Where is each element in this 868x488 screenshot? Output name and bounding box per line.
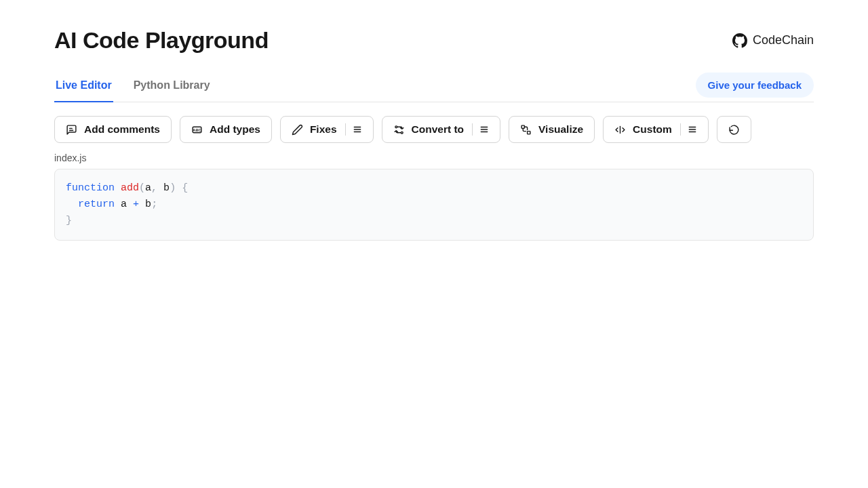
fixes-label: Fixes xyxy=(310,123,337,136)
fixes-button[interactable]: Fixes xyxy=(280,116,374,143)
visualize-button[interactable]: Visualize xyxy=(509,116,595,143)
code-token: + xyxy=(133,199,139,210)
undo-button[interactable] xyxy=(717,116,751,143)
tab-live-editor[interactable]: Live Editor xyxy=(54,73,113,102)
divider xyxy=(472,123,473,136)
code-icon xyxy=(614,124,626,136)
code-token: a xyxy=(145,182,151,194)
tabs: Live Editor Python Library xyxy=(54,73,212,102)
undo-icon xyxy=(728,124,740,136)
add-comments-button[interactable]: Add comments xyxy=(54,116,172,143)
menu-icon[interactable] xyxy=(688,125,697,134)
github-icon xyxy=(732,33,747,48)
code-token: , xyxy=(151,182,157,194)
code-token: add xyxy=(121,182,139,194)
type-icon: ABC xyxy=(191,124,203,136)
pencil-icon xyxy=(292,124,303,136)
filename-label: index.js xyxy=(54,152,814,163)
svg-text:ABC: ABC xyxy=(193,127,201,131)
code-token: b xyxy=(145,199,151,210)
convert-to-label: Convert to xyxy=(412,123,465,136)
github-link[interactable]: CodeChain xyxy=(732,33,814,48)
divider xyxy=(680,123,681,136)
page-title: AI Code Playground xyxy=(54,27,269,54)
svg-rect-13 xyxy=(528,131,530,134)
code-editor[interactable]: function add(a, b) { return a + b; } xyxy=(54,169,814,241)
code-token: b xyxy=(163,182,170,194)
convert-icon xyxy=(393,124,405,136)
code-token: ( xyxy=(139,182,145,194)
visualize-icon xyxy=(520,124,532,136)
code-token: ; xyxy=(151,199,157,210)
toolbar: Add comments ABC Add types Fixes Convert… xyxy=(54,116,814,143)
convert-to-button[interactable]: Convert to xyxy=(382,116,501,143)
feedback-button[interactable]: Give your feedback xyxy=(696,73,814,98)
code-token: ) xyxy=(170,182,176,194)
menu-icon[interactable] xyxy=(353,125,362,134)
add-comments-label: Add comments xyxy=(84,123,160,136)
github-link-label: CodeChain xyxy=(753,33,814,47)
code-token: } xyxy=(66,215,72,226)
add-types-button[interactable]: ABC Add types xyxy=(180,116,272,143)
code-token: function xyxy=(66,182,115,194)
custom-label: Custom xyxy=(633,123,672,136)
code-token: a xyxy=(121,199,127,210)
divider xyxy=(345,123,346,136)
menu-icon[interactable] xyxy=(479,125,489,134)
comment-icon xyxy=(66,124,77,136)
visualize-label: Visualize xyxy=(538,123,583,136)
code-token: return xyxy=(78,199,115,210)
add-types-label: Add types xyxy=(210,123,260,136)
custom-button[interactable]: Custom xyxy=(603,116,709,143)
tab-python-library[interactable]: Python Library xyxy=(132,73,212,102)
code-token: { xyxy=(182,182,188,194)
